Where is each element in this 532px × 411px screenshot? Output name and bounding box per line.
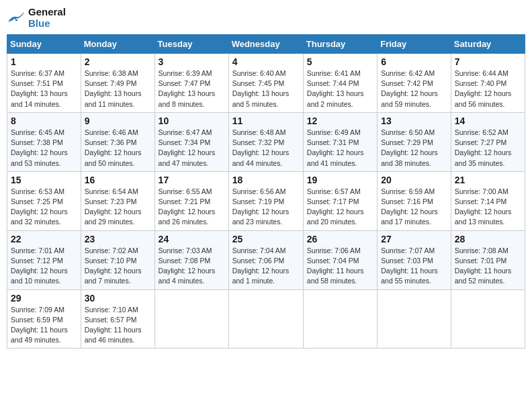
- sunset-time: Sunset: 7:51 PM: [11, 79, 63, 87]
- day-info: Sunrise: 7:02 AM Sunset: 7:10 PM Dayligh…: [85, 246, 151, 287]
- column-header-thursday: Thursday: [303, 35, 377, 54]
- day-number: 20: [381, 175, 447, 185]
- daylight-hours: Daylight: 11 hours and 52 minutes.: [455, 267, 512, 285]
- calendar-cell: 5 Sunrise: 6:41 AM Sunset: 7:44 PM Dayli…: [303, 54, 377, 113]
- day-number: 4: [232, 56, 300, 67]
- sunrise-time: Sunrise: 6:48 AM: [232, 128, 286, 136]
- daylight-hours: Daylight: 12 hours and 29 minutes.: [85, 208, 142, 226]
- daylight-hours: Daylight: 12 hours and 50 minutes.: [85, 148, 142, 167]
- sunrise-time: Sunrise: 7:01 AM: [11, 246, 64, 255]
- sunrise-time: Sunrise: 6:54 AM: [85, 187, 138, 195]
- sunrise-time: Sunrise: 6:50 AM: [381, 128, 435, 136]
- day-number: 3: [159, 56, 225, 67]
- daylight-hours: Daylight: 12 hours and 32 minutes.: [11, 208, 68, 226]
- sunset-time: Sunset: 7:27 PM: [455, 138, 507, 146]
- daylight-hours: Daylight: 12 hours and 1 minute.: [232, 267, 290, 285]
- calendar-cell: 24 Sunrise: 7:03 AM Sunset: 7:08 PM Dayl…: [154, 230, 228, 289]
- calendar-cell: 2 Sunrise: 6:38 AM Sunset: 7:49 PM Dayli…: [81, 54, 154, 113]
- calendar-cell: [378, 289, 451, 349]
- day-info: Sunrise: 7:00 AM Sunset: 7:14 PM Dayligh…: [455, 187, 521, 228]
- day-info: Sunrise: 6:47 AM Sunset: 7:34 PM Dayligh…: [159, 128, 225, 169]
- day-number: 9: [85, 116, 151, 126]
- daylight-hours: Daylight: 12 hours and 7 minutes.: [85, 267, 142, 285]
- day-info: Sunrise: 6:49 AM Sunset: 7:31 PM Dayligh…: [307, 128, 373, 169]
- day-info: Sunrise: 6:54 AM Sunset: 7:23 PM Dayligh…: [85, 187, 151, 228]
- daylight-hours: Daylight: 13 hours and 8 minutes.: [159, 89, 216, 107]
- day-info: Sunrise: 6:41 AM Sunset: 7:44 PM Dayligh…: [307, 68, 373, 109]
- day-number: 22: [11, 234, 77, 244]
- daylight-hours: Daylight: 12 hours and 53 minutes.: [11, 148, 68, 167]
- daylight-hours: Daylight: 12 hours and 47 minutes.: [159, 148, 216, 167]
- sunrise-time: Sunrise: 6:39 AM: [159, 69, 212, 77]
- sunset-time: Sunset: 7:04 PM: [307, 257, 359, 265]
- calendar-cell: [303, 289, 377, 349]
- calendar-cell: 21 Sunrise: 7:00 AM Sunset: 7:14 PM Dayl…: [451, 171, 525, 230]
- day-number: 21: [455, 175, 521, 185]
- sunset-time: Sunset: 7:21 PM: [159, 197, 211, 205]
- day-number: 25: [232, 234, 300, 244]
- day-info: Sunrise: 7:03 AM Sunset: 7:08 PM Dayligh…: [159, 246, 225, 287]
- sunset-time: Sunset: 7:49 PM: [85, 79, 137, 87]
- calendar-cell: 14 Sunrise: 6:52 AM Sunset: 7:27 PM Dayl…: [451, 112, 525, 171]
- sunrise-time: Sunrise: 6:40 AM: [232, 69, 286, 77]
- calendar-cell: 28 Sunrise: 7:08 AM Sunset: 7:01 PM Dayl…: [451, 230, 525, 289]
- sunrise-time: Sunrise: 7:04 AM: [232, 246, 286, 255]
- sunrise-time: Sunrise: 6:55 AM: [159, 187, 212, 195]
- logo-text: General Blue: [28, 7, 66, 29]
- sunrise-time: Sunrise: 6:47 AM: [159, 128, 212, 136]
- calendar-cell: 29 Sunrise: 7:09 AM Sunset: 6:59 PM Dayl…: [7, 289, 81, 349]
- day-info: Sunrise: 6:52 AM Sunset: 7:27 PM Dayligh…: [455, 128, 521, 169]
- column-header-sunday: Sunday: [7, 35, 81, 54]
- daylight-hours: Daylight: 11 hours and 58 minutes.: [307, 267, 364, 285]
- calendar-cell: [451, 289, 525, 349]
- calendar-cell: 23 Sunrise: 7:02 AM Sunset: 7:10 PM Dayl…: [81, 230, 154, 289]
- sunset-time: Sunset: 7:40 PM: [455, 79, 507, 87]
- day-info: Sunrise: 7:04 AM Sunset: 7:06 PM Dayligh…: [232, 246, 300, 287]
- calendar-cell: 20 Sunrise: 6:59 AM Sunset: 7:16 PM Dayl…: [378, 171, 451, 230]
- calendar-cell: 17 Sunrise: 6:55 AM Sunset: 7:21 PM Dayl…: [154, 171, 228, 230]
- sunset-time: Sunset: 7:19 PM: [232, 197, 285, 205]
- sunrise-time: Sunrise: 6:42 AM: [381, 69, 435, 77]
- sunrise-time: Sunrise: 7:06 AM: [307, 246, 361, 255]
- day-number: 10: [159, 116, 225, 126]
- sunset-time: Sunset: 7:45 PM: [232, 79, 285, 87]
- day-number: 24: [159, 234, 225, 244]
- sunrise-time: Sunrise: 6:44 AM: [455, 69, 508, 77]
- calendar-cell: 26 Sunrise: 7:06 AM Sunset: 7:04 PM Dayl…: [303, 230, 377, 289]
- day-info: Sunrise: 7:06 AM Sunset: 7:04 PM Dayligh…: [307, 246, 373, 287]
- sunset-time: Sunset: 7:29 PM: [381, 138, 433, 146]
- sunrise-time: Sunrise: 6:41 AM: [307, 69, 361, 77]
- day-info: Sunrise: 7:10 AM Sunset: 6:57 PM Dayligh…: [85, 305, 151, 346]
- column-header-saturday: Saturday: [451, 35, 525, 54]
- calendar-week-3: 15 Sunrise: 6:53 AM Sunset: 7:25 PM Dayl…: [7, 171, 525, 230]
- calendar-cell: 11 Sunrise: 6:48 AM Sunset: 7:32 PM Dayl…: [228, 112, 303, 171]
- sunset-time: Sunset: 7:34 PM: [159, 138, 211, 146]
- calendar-cell: 9 Sunrise: 6:46 AM Sunset: 7:36 PM Dayli…: [81, 112, 154, 171]
- day-number: 26: [307, 234, 373, 244]
- daylight-hours: Daylight: 12 hours and 23 minutes.: [232, 208, 290, 226]
- calendar-cell: 15 Sunrise: 6:53 AM Sunset: 7:25 PM Dayl…: [7, 171, 81, 230]
- day-number: 19: [307, 175, 373, 185]
- calendar-header-row: SundayMondayTuesdayWednesdayThursdayFrid…: [7, 35, 525, 54]
- calendar-cell: 1 Sunrise: 6:37 AM Sunset: 7:51 PM Dayli…: [7, 54, 81, 113]
- sunrise-time: Sunrise: 6:46 AM: [85, 128, 138, 136]
- sunset-time: Sunset: 6:57 PM: [85, 316, 137, 324]
- day-number: 18: [232, 175, 300, 185]
- sunrise-time: Sunrise: 7:10 AM: [85, 306, 138, 314]
- daylight-hours: Daylight: 12 hours and 26 minutes.: [159, 208, 216, 226]
- sunset-time: Sunset: 7:12 PM: [11, 257, 63, 265]
- daylight-hours: Daylight: 12 hours and 17 minutes.: [381, 208, 438, 226]
- calendar-cell: 18 Sunrise: 6:56 AM Sunset: 7:19 PM Dayl…: [228, 171, 303, 230]
- calendar-cell: [154, 289, 228, 349]
- day-number: 27: [381, 234, 447, 244]
- sunset-time: Sunset: 7:06 PM: [232, 257, 285, 265]
- calendar-week-4: 22 Sunrise: 7:01 AM Sunset: 7:12 PM Dayl…: [7, 230, 525, 289]
- sunrise-time: Sunrise: 7:00 AM: [455, 187, 508, 195]
- calendar-week-2: 8 Sunrise: 6:45 AM Sunset: 7:38 PM Dayli…: [7, 112, 525, 171]
- sunset-time: Sunset: 7:16 PM: [381, 197, 433, 205]
- sunrise-time: Sunrise: 7:09 AM: [11, 306, 64, 314]
- sunset-time: Sunset: 7:10 PM: [85, 257, 137, 265]
- column-header-tuesday: Tuesday: [154, 35, 228, 54]
- sunset-time: Sunset: 7:25 PM: [11, 197, 63, 205]
- sunrise-time: Sunrise: 7:07 AM: [381, 246, 435, 255]
